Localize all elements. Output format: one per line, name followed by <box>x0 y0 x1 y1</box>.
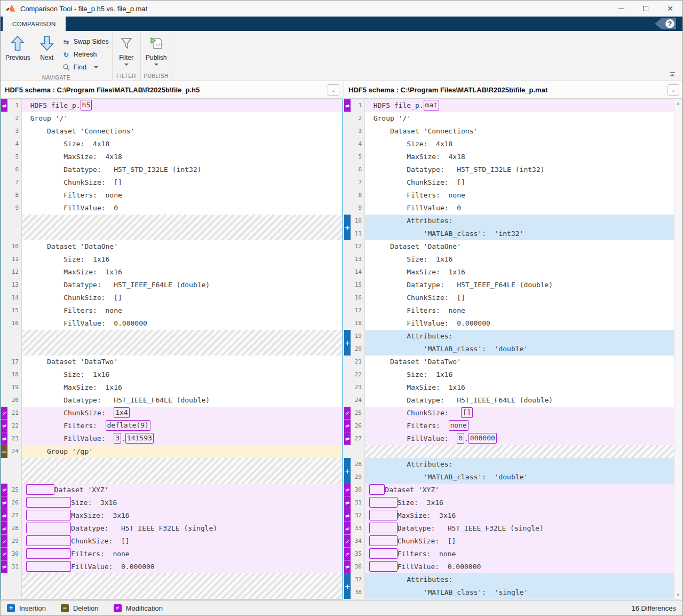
right-pane-scrollbar[interactable]: ▲ ▼ <box>674 99 682 599</box>
code-row[interactable]: ≠32 MaxSize: 3x16 <box>344 509 674 522</box>
code-row[interactable]: 15 Datatype: H5T_IEEE_F64LE (double) <box>344 279 674 291</box>
code-row[interactable]: 10 Dataset 'DataOne' <box>1 240 342 253</box>
code-row[interactable]: 12 MaxSize: 1x16 <box>1 266 342 279</box>
code-row[interactable]: ≠36 FillValue: 0.000000 <box>344 560 674 573</box>
code-row[interactable]: 4 Size: 4x18 <box>344 138 674 151</box>
code-row[interactable]: +37 Attributes: <box>344 573 674 586</box>
collapse-ribbon-button[interactable] <box>668 72 677 78</box>
code-row[interactable]: 20 Datatype: H5T_IEEE_F64LE (double) <box>1 394 342 407</box>
code-row[interactable]: 3 Dataset 'Connections' <box>1 125 342 138</box>
code-row[interactable]: ≠21 ChunkSize: 1x4 <box>1 407 342 420</box>
left-pane-menu-chevron-icon[interactable]: ⌄ <box>328 84 339 96</box>
code-row[interactable]: 14 MaxSize: 1x16 <box>344 266 674 279</box>
code-row[interactable]: ≠1 HDF5 file_p.h5 <box>1 99 342 112</box>
code-row[interactable]: 22 Size: 1x16 <box>344 368 674 381</box>
code-row[interactable]: 11 'MATLAB_class': 'int32' <box>344 227 674 240</box>
diff-marker-gutter <box>1 356 7 368</box>
code-row[interactable]: ≠34 ChunkSize: [] <box>344 535 674 548</box>
publish-button[interactable]: </> Publish <box>145 31 168 68</box>
code-row[interactable]: 23 MaxSize: 1x16 <box>344 381 674 394</box>
code-row[interactable]: ≠1 HDF5 file_p.mat <box>344 99 674 112</box>
code-row[interactable]: ≠26 Size: 3x16 <box>1 496 342 509</box>
code-segment: Group '/' <box>365 114 411 122</box>
refresh-button[interactable]: ↻ Refresh <box>61 48 109 61</box>
line-number: 31 <box>7 560 22 573</box>
code-row[interactable]: ≠22 Filters: deflate(9) <box>1 420 342 432</box>
code-row[interactable]: +19 Attributes: <box>344 330 674 343</box>
tab-comparison[interactable]: COMPARISON <box>3 17 66 31</box>
code-row[interactable]: 13 Datatype: H5T_IEEE_F64LE (double) <box>1 279 342 291</box>
code-row[interactable]: ≠28 Datatype: H5T_IEEE_F32LE (single) <box>1 522 342 535</box>
code-row[interactable]: 11 Size: 1x16 <box>1 253 342 266</box>
code-row[interactable]: 7 ChunkSize: [] <box>344 176 674 189</box>
filter-section-label: FILTER <box>113 72 140 81</box>
code-row[interactable]: 9 FillValue: 0 <box>344 202 674 215</box>
code-row[interactable]: 29 'MATLAB_class': 'double' <box>344 471 674 484</box>
code-row[interactable]: 3 Dataset 'Connections' <box>344 125 674 138</box>
code-row[interactable]: ≠29 ChunkSize: [] <box>1 535 342 548</box>
code-row[interactable]: +28 Attributes: <box>344 458 674 471</box>
code-row[interactable]: 2 Group '/' <box>1 112 342 125</box>
code-text: Datatype: H5T_IEEE_F64LE (double) <box>22 394 342 407</box>
code-row[interactable]: ≠30 Dataset 'XYZ' <box>344 484 674 496</box>
next-button[interactable]: Next <box>35 31 59 62</box>
code-row[interactable]: 16 ChunkSize: [] <box>344 291 674 304</box>
find-button[interactable]: Find <box>61 61 109 74</box>
code-row[interactable]: ≠26 Filters: none <box>344 420 674 432</box>
diff-marker-gutter <box>1 368 7 381</box>
code-row[interactable]: 38 'MATLAB_class': 'single' <box>344 586 674 599</box>
code-row[interactable]: ≠31 FillValue: 0.000000 <box>1 560 342 573</box>
code-row[interactable]: 8 Filters: none <box>344 189 674 202</box>
filter-dropdown-icon[interactable] <box>124 64 129 66</box>
code-row[interactable]: 5 MaxSize: 4x18 <box>344 151 674 163</box>
code-row[interactable]: ≠27 FillValue: 0.000000 <box>344 432 674 445</box>
code-row[interactable]: ≠27 MaxSize: 3x16 <box>1 509 342 522</box>
code-row[interactable]: 9 FillValue: 0 <box>1 202 342 215</box>
code-row[interactable]: +10 Attributes: <box>344 215 674 227</box>
publish-dropdown-icon[interactable] <box>154 64 158 66</box>
code-row[interactable]: ≠31 Size: 3x16 <box>344 496 674 509</box>
scroll-down-icon[interactable]: ▼ <box>674 591 682 599</box>
code-row[interactable]: 19 MaxSize: 1x16 <box>1 381 342 394</box>
code-text: Filters: none <box>365 548 674 560</box>
code-row[interactable]: 2 Group '/' <box>344 112 674 125</box>
code-row[interactable]: 14 ChunkSize: [] <box>1 291 342 304</box>
code-row[interactable]: 16 FillValue: 0.000000 <box>1 317 342 330</box>
code-row[interactable]: 18 Size: 1x16 <box>1 368 342 381</box>
help-button[interactable]: ? <box>655 18 676 29</box>
maximize-button[interactable] <box>633 1 658 17</box>
code-row[interactable]: 12 Dataset 'DataOne' <box>344 240 674 253</box>
code-row[interactable]: −24 Group '/gp' <box>1 445 342 458</box>
code-row[interactable]: 18 FillValue: 0.000000 <box>344 317 674 330</box>
insertion-marker-icon: + <box>344 330 351 356</box>
code-row[interactable]: ≠25 Dataset 'XYZ' <box>1 484 342 496</box>
find-dropdown-icon[interactable] <box>94 66 98 68</box>
code-row[interactable]: 24 Datatype: H5T_IEEE_F64LE (double) <box>344 394 674 407</box>
close-button[interactable]: ✕ <box>658 1 682 17</box>
code-row[interactable]: 21 Dataset 'DataTwo' <box>344 356 674 368</box>
code-row[interactable]: 20 'MATLAB_class': 'double' <box>344 343 674 356</box>
code-row[interactable]: ≠25 ChunkSize: [] <box>344 407 674 420</box>
code-row[interactable]: ≠23 FillValue: 3.141593 <box>1 432 342 445</box>
code-row[interactable]: 17 Dataset 'DataTwo' <box>1 356 342 368</box>
code-row[interactable]: 8 Filters: none <box>1 189 342 202</box>
code-row[interactable]: 17 Filters: none <box>344 304 674 317</box>
filter-button[interactable]: Filter <box>118 31 134 68</box>
code-row[interactable]: 5 MaxSize: 4x18 <box>1 151 342 163</box>
code-row[interactable]: ≠33 Datatype: H5T_IEEE_F32LE (single) <box>344 522 674 535</box>
code-row[interactable]: ≠30 Filters: none <box>1 548 342 560</box>
code-row[interactable]: 6 Datatype: H5T_STD_I32LE (int32) <box>1 163 342 176</box>
code-row[interactable]: 6 Datatype: H5T_STD_I32LE (int32) <box>344 163 674 176</box>
previous-button[interactable]: Previous <box>1 31 35 62</box>
code-segment <box>22 486 26 494</box>
code-row[interactable]: 15 Filters: none <box>1 304 342 317</box>
swap-sides-button[interactable]: ⇆ Swap Sides <box>61 35 109 48</box>
code-row[interactable]: ≠35 Filters: none <box>344 548 674 560</box>
code-row[interactable]: 7 ChunkSize: [] <box>1 176 342 189</box>
code-row[interactable]: 4 Size: 4x18 <box>1 138 342 151</box>
code-row[interactable]: 13 Size: 1x16 <box>344 253 674 266</box>
code-text: ChunkSize: [] <box>22 176 342 189</box>
right-pane-menu-chevron-icon[interactable]: ⌄ <box>668 84 679 96</box>
scroll-up-icon[interactable]: ▲ <box>674 99 682 107</box>
minimize-button[interactable] <box>609 1 633 17</box>
